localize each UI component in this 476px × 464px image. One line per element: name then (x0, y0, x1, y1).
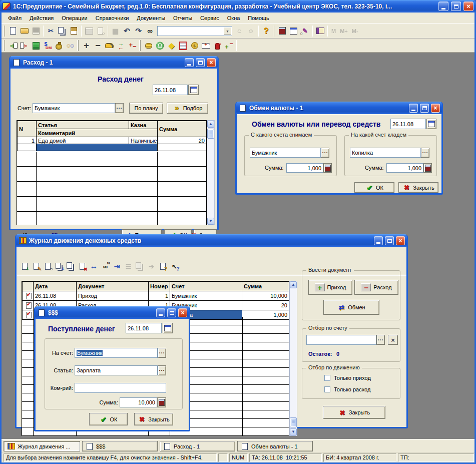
table-row-comment[interactable] (18, 144, 207, 151)
duplicate-row-icon[interactable] (54, 261, 65, 272)
plus-minus-icon[interactable] (127, 40, 138, 51)
scroll-down-icon[interactable] (207, 218, 214, 225)
money-bag-icon[interactable] (53, 40, 65, 51)
from-sum-input[interactable] (286, 163, 323, 173)
minimize-button[interactable] (156, 308, 165, 317)
toolbar-combobox[interactable] (157, 26, 232, 36)
ambulance-icon[interactable] (200, 40, 212, 51)
cell-treasury[interactable]: Наличные (129, 137, 158, 144)
menu-documents[interactable]: Документы (133, 14, 169, 22)
zoom-edit-icon[interactable] (299, 26, 311, 37)
maximize-button[interactable] (420, 104, 429, 113)
table-row[interactable]: 26.11.08 Приход 1 Бумажник 10,000 (23, 291, 289, 301)
from-account-picker-button[interactable] (321, 148, 329, 158)
article-picker-button[interactable] (158, 365, 166, 375)
redo-icon[interactable] (133, 26, 144, 37)
new-document-icon[interactable] (7, 26, 19, 37)
maximize-button[interactable] (451, 2, 461, 11)
scroll-down-icon[interactable] (290, 428, 297, 435)
cell-n-empty[interactable] (18, 144, 37, 151)
account-input[interactable] (33, 103, 115, 113)
context-help-icon[interactable] (169, 261, 180, 272)
income-button[interactable]: Приход (308, 280, 352, 295)
menu-file[interactable]: Файл (4, 14, 26, 22)
cell-sum-empty[interactable] (158, 144, 207, 151)
taskbar-journal-button[interactable]: Журнал движения ... (4, 441, 80, 451)
date-input[interactable] (153, 85, 188, 95)
column-width-icon[interactable] (88, 261, 100, 272)
menu-reports[interactable]: Отчеты (169, 14, 196, 22)
cell-doc[interactable]: Приход (77, 291, 149, 301)
copy-row-icon[interactable] (65, 261, 77, 272)
rashod-titlebar[interactable]: Расход - 1 × (10, 56, 218, 69)
sum-input[interactable] (120, 397, 157, 407)
close-button[interactable]: × (431, 104, 440, 113)
close-window-button[interactable]: Закрыть (323, 406, 385, 419)
plus-icon[interactable] (81, 40, 92, 51)
to-account-picker-button[interactable] (421, 148, 429, 158)
calendar-icon[interactable] (288, 26, 299, 37)
coins-icon[interactable] (143, 40, 154, 51)
sss-titlebar[interactable]: $$$ × (35, 306, 189, 319)
account-picker-button[interactable] (115, 103, 124, 113)
menu-references[interactable]: Справочники (92, 14, 133, 22)
exchange-button[interactable]: Обмен (323, 300, 379, 315)
sum-calc-button[interactable] (157, 397, 166, 407)
minimize-button[interactable] (374, 236, 383, 245)
pick-button[interactable]: Подбор (167, 103, 208, 114)
cell-posted[interactable] (23, 291, 34, 301)
to-sum-input[interactable] (386, 163, 423, 173)
from-account-input[interactable] (250, 148, 321, 158)
comment-input[interactable] (75, 383, 166, 393)
empty-rows[interactable] (17, 152, 206, 225)
find-number-icon[interactable] (100, 261, 111, 272)
forward-icon[interactable] (146, 261, 157, 272)
open-folder-icon[interactable] (19, 26, 30, 37)
cell-sum[interactable]: 20 (242, 301, 289, 310)
help-icon[interactable] (260, 26, 272, 37)
to-account-picker-button[interactable] (158, 348, 166, 358)
cell-num[interactable]: 1 (149, 291, 170, 301)
to-account-input[interactable] (350, 148, 421, 158)
from-sum-calc-button[interactable] (323, 163, 332, 173)
find-binoculars-icon[interactable] (144, 26, 156, 37)
minus-icon[interactable] (92, 40, 104, 51)
journal-titlebar[interactable]: Журнал движения денежных средств × (16, 234, 407, 247)
close-window-button[interactable]: Закрыть (134, 413, 173, 425)
only-income-checkbox[interactable] (324, 375, 330, 381)
table-grid-icon[interactable] (110, 26, 121, 37)
cell-posted[interactable] (23, 301, 34, 310)
menu-actions[interactable]: Действия (26, 14, 58, 22)
taskbar-obmen-button[interactable]: Обмен валюты - 1 (237, 441, 313, 451)
cut-icon[interactable] (45, 26, 57, 37)
status-ta[interactable]: ТА: 26.11.08 10:21:55 (249, 453, 322, 462)
minimize-button[interactable] (185, 58, 194, 67)
mask-icon[interactable] (166, 40, 177, 51)
calendar-button[interactable] (426, 119, 436, 129)
memory-m--button[interactable]: M- (350, 26, 360, 37)
scales-icon[interactable] (154, 40, 166, 51)
close-button[interactable]: × (396, 236, 405, 245)
gain-loss-icon[interactable] (223, 40, 235, 51)
table-row[interactable]: 1 Еда домой Наличные 20 (18, 137, 207, 144)
scroll-thumb[interactable] (290, 417, 297, 427)
vertical-scrollbar[interactable] (289, 281, 297, 436)
combobox-dropdown-icon[interactable] (224, 27, 231, 35)
delete-row-icon[interactable] (77, 261, 88, 272)
filter-account-input[interactable] (306, 335, 376, 345)
scroll-up-icon[interactable] (290, 281, 297, 288)
notebook-icon[interactable] (177, 40, 189, 51)
edit-row-icon[interactable] (31, 261, 42, 272)
calendar-button[interactable] (163, 323, 173, 333)
cell-account[interactable]: Бумажник (170, 291, 242, 301)
currency-exchange-icon[interactable] (42, 40, 53, 51)
pages-icon[interactable] (134, 261, 146, 272)
book-icon[interactable] (314, 26, 326, 37)
filter-account-picker-button[interactable] (376, 335, 385, 345)
taskbar-sss-button[interactable]: $$$ (82, 441, 158, 451)
exchange-arrows-icon[interactable] (115, 40, 127, 51)
menu-windows[interactable]: Окна (223, 14, 244, 22)
memory-m+-button[interactable]: M+ (338, 26, 350, 37)
vertical-scrollbar[interactable] (207, 120, 215, 225)
print-preview-icon[interactable] (95, 26, 106, 37)
